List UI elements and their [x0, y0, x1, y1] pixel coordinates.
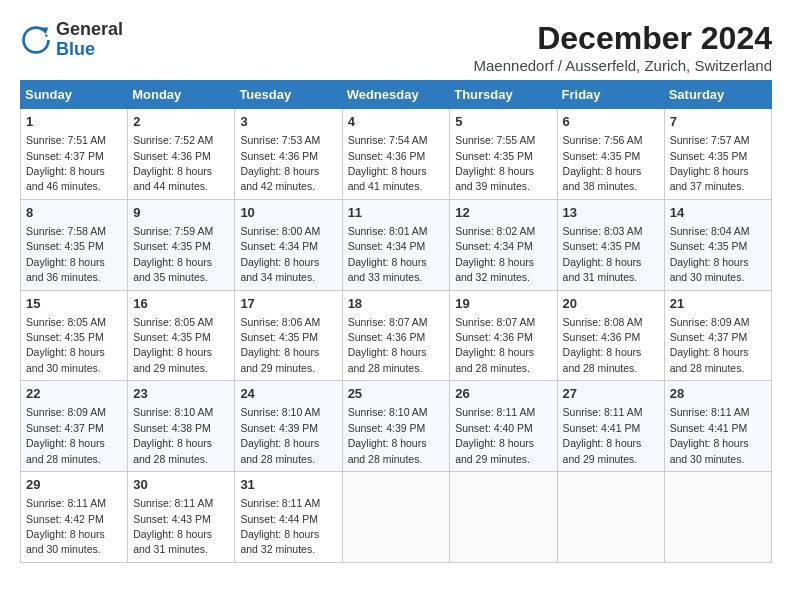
calendar-cell: 31Sunrise: 8:11 AMSunset: 4:44 PMDayligh…	[235, 472, 342, 563]
calendar-cell: 17Sunrise: 8:06 AMSunset: 4:35 PMDayligh…	[235, 290, 342, 381]
day-number: 18	[348, 295, 445, 313]
calendar-week-row: 29Sunrise: 8:11 AMSunset: 4:42 PMDayligh…	[21, 472, 772, 563]
day-content: Sunrise: 8:07 AMSunset: 4:36 PMDaylight:…	[348, 316, 428, 374]
header-friday: Friday	[557, 81, 664, 109]
day-content: Sunrise: 8:05 AMSunset: 4:35 PMDaylight:…	[26, 316, 106, 374]
day-content: Sunrise: 8:02 AMSunset: 4:34 PMDaylight:…	[455, 225, 535, 283]
day-content: Sunrise: 7:57 AMSunset: 4:35 PMDaylight:…	[670, 134, 750, 192]
header-wednesday: Wednesday	[342, 81, 450, 109]
calendar-cell: 18Sunrise: 8:07 AMSunset: 4:36 PMDayligh…	[342, 290, 450, 381]
day-number: 9	[133, 204, 229, 222]
day-number: 29	[26, 476, 122, 494]
day-number: 7	[670, 113, 766, 131]
calendar-cell: 5Sunrise: 7:55 AMSunset: 4:35 PMDaylight…	[450, 109, 557, 200]
day-number: 12	[455, 204, 551, 222]
day-content: Sunrise: 8:11 AMSunset: 4:41 PMDaylight:…	[563, 406, 643, 464]
calendar-cell: 25Sunrise: 8:10 AMSunset: 4:39 PMDayligh…	[342, 381, 450, 472]
day-number: 2	[133, 113, 229, 131]
day-number: 1	[26, 113, 122, 131]
header-tuesday: Tuesday	[235, 81, 342, 109]
logo: General Blue	[20, 20, 123, 60]
calendar-cell: 28Sunrise: 8:11 AMSunset: 4:41 PMDayligh…	[664, 381, 771, 472]
calendar-cell: 2Sunrise: 7:52 AMSunset: 4:36 PMDaylight…	[128, 109, 235, 200]
logo-general-text: General	[56, 19, 123, 39]
day-content: Sunrise: 8:11 AMSunset: 4:41 PMDaylight:…	[670, 406, 750, 464]
calendar-cell: 8Sunrise: 7:58 AMSunset: 4:35 PMDaylight…	[21, 199, 128, 290]
day-number: 17	[240, 295, 336, 313]
calendar-table: SundayMondayTuesdayWednesdayThursdayFrid…	[20, 80, 772, 563]
day-content: Sunrise: 7:55 AMSunset: 4:35 PMDaylight:…	[455, 134, 535, 192]
header: General Blue December 2024 Maennedorf / …	[20, 20, 772, 74]
calendar-cell: 26Sunrise: 8:11 AMSunset: 4:40 PMDayligh…	[450, 381, 557, 472]
calendar-cell: 30Sunrise: 8:11 AMSunset: 4:43 PMDayligh…	[128, 472, 235, 563]
calendar-cell: 23Sunrise: 8:10 AMSunset: 4:38 PMDayligh…	[128, 381, 235, 472]
calendar-week-row: 15Sunrise: 8:05 AMSunset: 4:35 PMDayligh…	[21, 290, 772, 381]
day-content: Sunrise: 8:06 AMSunset: 4:35 PMDaylight:…	[240, 316, 320, 374]
day-number: 31	[240, 476, 336, 494]
calendar-cell: 9Sunrise: 7:59 AMSunset: 4:35 PMDaylight…	[128, 199, 235, 290]
calendar-cell: 1Sunrise: 7:51 AMSunset: 4:37 PMDaylight…	[21, 109, 128, 200]
calendar-cell: 19Sunrise: 8:07 AMSunset: 4:36 PMDayligh…	[450, 290, 557, 381]
day-number: 3	[240, 113, 336, 131]
day-number: 5	[455, 113, 551, 131]
day-content: Sunrise: 8:11 AMSunset: 4:40 PMDaylight:…	[455, 406, 535, 464]
logo-text: General Blue	[56, 20, 123, 60]
header-saturday: Saturday	[664, 81, 771, 109]
day-number: 25	[348, 385, 445, 403]
day-content: Sunrise: 8:03 AMSunset: 4:35 PMDaylight:…	[563, 225, 643, 283]
calendar-header-row: SundayMondayTuesdayWednesdayThursdayFrid…	[21, 81, 772, 109]
day-number: 26	[455, 385, 551, 403]
calendar-week-row: 22Sunrise: 8:09 AMSunset: 4:37 PMDayligh…	[21, 381, 772, 472]
calendar-cell: 11Sunrise: 8:01 AMSunset: 4:34 PMDayligh…	[342, 199, 450, 290]
calendar-cell: 12Sunrise: 8:02 AMSunset: 4:34 PMDayligh…	[450, 199, 557, 290]
day-content: Sunrise: 8:09 AMSunset: 4:37 PMDaylight:…	[670, 316, 750, 374]
day-number: 13	[563, 204, 659, 222]
day-content: Sunrise: 8:11 AMSunset: 4:43 PMDaylight:…	[133, 497, 213, 555]
day-content: Sunrise: 8:01 AMSunset: 4:34 PMDaylight:…	[348, 225, 428, 283]
day-number: 20	[563, 295, 659, 313]
header-sunday: Sunday	[21, 81, 128, 109]
day-number: 4	[348, 113, 445, 131]
day-content: Sunrise: 8:11 AMSunset: 4:44 PMDaylight:…	[240, 497, 320, 555]
calendar-cell	[664, 472, 771, 563]
calendar-cell: 4Sunrise: 7:54 AMSunset: 4:36 PMDaylight…	[342, 109, 450, 200]
logo-icon	[20, 24, 52, 56]
day-number: 22	[26, 385, 122, 403]
month-title: December 2024	[474, 20, 772, 57]
day-content: Sunrise: 7:59 AMSunset: 4:35 PMDaylight:…	[133, 225, 213, 283]
calendar-cell: 10Sunrise: 8:00 AMSunset: 4:34 PMDayligh…	[235, 199, 342, 290]
day-content: Sunrise: 8:00 AMSunset: 4:34 PMDaylight:…	[240, 225, 320, 283]
day-content: Sunrise: 8:10 AMSunset: 4:38 PMDaylight:…	[133, 406, 213, 464]
title-area: December 2024 Maennedorf / Ausserfeld, Z…	[474, 20, 772, 74]
day-number: 11	[348, 204, 445, 222]
day-number: 27	[563, 385, 659, 403]
calendar-week-row: 1Sunrise: 7:51 AMSunset: 4:37 PMDaylight…	[21, 109, 772, 200]
day-number: 19	[455, 295, 551, 313]
day-content: Sunrise: 7:53 AMSunset: 4:36 PMDaylight:…	[240, 134, 320, 192]
day-number: 15	[26, 295, 122, 313]
day-number: 6	[563, 113, 659, 131]
day-number: 8	[26, 204, 122, 222]
day-number: 24	[240, 385, 336, 403]
day-number: 30	[133, 476, 229, 494]
day-content: Sunrise: 7:51 AMSunset: 4:37 PMDaylight:…	[26, 134, 106, 192]
calendar-week-row: 8Sunrise: 7:58 AMSunset: 4:35 PMDaylight…	[21, 199, 772, 290]
day-content: Sunrise: 7:58 AMSunset: 4:35 PMDaylight:…	[26, 225, 106, 283]
day-number: 16	[133, 295, 229, 313]
day-content: Sunrise: 8:11 AMSunset: 4:42 PMDaylight:…	[26, 497, 106, 555]
calendar-cell: 27Sunrise: 8:11 AMSunset: 4:41 PMDayligh…	[557, 381, 664, 472]
day-number: 21	[670, 295, 766, 313]
day-content: Sunrise: 8:10 AMSunset: 4:39 PMDaylight:…	[348, 406, 428, 464]
day-content: Sunrise: 8:07 AMSunset: 4:36 PMDaylight:…	[455, 316, 535, 374]
day-number: 23	[133, 385, 229, 403]
calendar-cell: 3Sunrise: 7:53 AMSunset: 4:36 PMDaylight…	[235, 109, 342, 200]
day-content: Sunrise: 7:52 AMSunset: 4:36 PMDaylight:…	[133, 134, 213, 192]
calendar-cell: 7Sunrise: 7:57 AMSunset: 4:35 PMDaylight…	[664, 109, 771, 200]
day-content: Sunrise: 7:56 AMSunset: 4:35 PMDaylight:…	[563, 134, 643, 192]
day-content: Sunrise: 8:09 AMSunset: 4:37 PMDaylight:…	[26, 406, 106, 464]
day-content: Sunrise: 8:04 AMSunset: 4:35 PMDaylight:…	[670, 225, 750, 283]
header-monday: Monday	[128, 81, 235, 109]
calendar-cell	[342, 472, 450, 563]
calendar-cell: 13Sunrise: 8:03 AMSunset: 4:35 PMDayligh…	[557, 199, 664, 290]
day-number: 10	[240, 204, 336, 222]
